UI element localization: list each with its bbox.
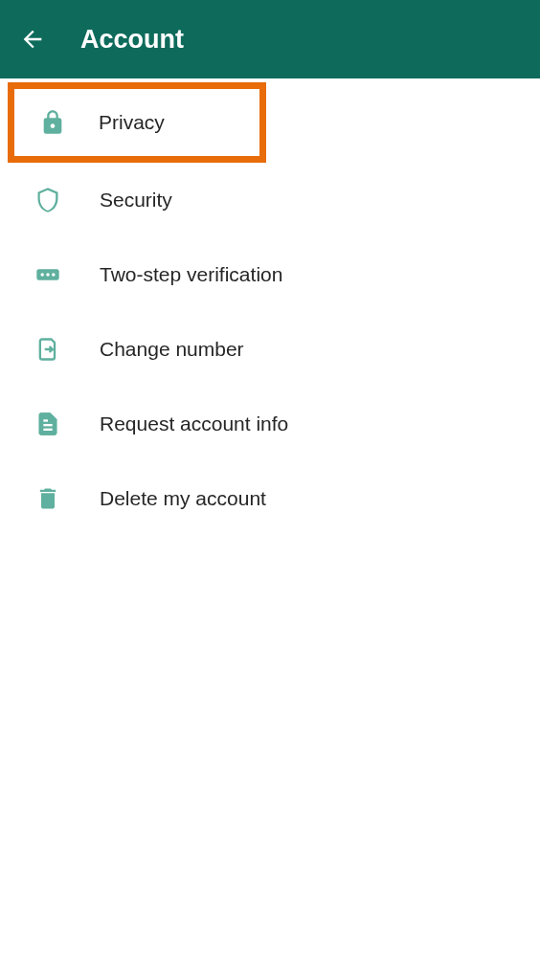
svg-point-1 — [40, 273, 44, 277]
menu-label: Privacy — [99, 111, 165, 134]
menu-item-delete-account[interactable]: Delete my account — [0, 461, 540, 536]
menu-label: Security — [100, 189, 172, 212]
menu-item-security[interactable]: Security — [0, 163, 540, 237]
menu-item-privacy[interactable]: Privacy — [8, 82, 266, 163]
page-title: Account — [80, 25, 184, 55]
menu-item-request-info[interactable]: Request account info — [0, 387, 540, 461]
menu-label: Change number — [100, 338, 244, 361]
sim-swap-icon — [31, 332, 65, 367]
account-menu: Privacy Security Two-step verification — [0, 78, 540, 536]
menu-item-change-number[interactable]: Change number — [0, 312, 540, 387]
app-header: Account — [0, 0, 540, 78]
trash-icon — [31, 481, 65, 516]
svg-point-3 — [52, 273, 56, 277]
menu-item-two-step[interactable]: Two-step verification — [0, 237, 540, 312]
document-icon — [31, 407, 65, 441]
svg-point-2 — [46, 273, 50, 277]
svg-rect-6 — [43, 429, 52, 431]
svg-rect-5 — [43, 419, 48, 421]
menu-label: Delete my account — [100, 487, 266, 510]
dots-icon — [31, 257, 65, 292]
back-button[interactable] — [19, 26, 46, 53]
menu-label: Request account info — [100, 412, 288, 435]
shield-icon — [31, 183, 65, 217]
menu-label: Two-step verification — [100, 263, 282, 286]
svg-rect-4 — [43, 424, 52, 426]
lock-icon — [35, 105, 70, 140]
arrow-back-icon — [19, 26, 46, 53]
